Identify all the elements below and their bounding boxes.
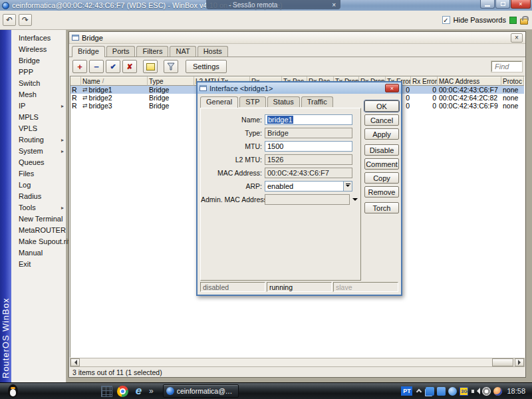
add-button[interactable]: + — [72, 60, 87, 73]
column-flags[interactable] — [70, 76, 81, 86]
tab-bridge[interactable]: Bridge — [72, 46, 105, 57]
internet-explorer-icon[interactable]: e — [133, 386, 144, 397]
name-input[interactable]: bridge1 — [265, 114, 352, 125]
column-rx-errors[interactable]: Rx Errors — [411, 76, 438, 86]
sidebar-item-wireless[interactable]: Wireless — [11, 44, 66, 55]
sidebar-item-make-supout[interactable]: Make Supout.rif — [11, 236, 66, 247]
sidebar-item-tools[interactable]: Tools▸ — [11, 202, 66, 213]
dialog-title: Interface <bridge1> — [209, 84, 273, 92]
general-panel: Name: bridge1 Type: Bridge MTU: 1500 L2 … — [200, 108, 361, 281]
sidebar-item-new-terminal[interactable]: New Terminal — [11, 213, 66, 225]
tab-filters[interactable]: Filters — [136, 46, 168, 57]
column-type[interactable]: Type — [148, 76, 194, 86]
redo-button[interactable]: ↷ — [19, 14, 32, 26]
close-button[interactable]: × — [511, 0, 531, 9]
cancel-button[interactable]: Cancel — [364, 114, 399, 126]
tray-expand-icon[interactable] — [416, 389, 422, 394]
settings-button[interactable]: Settings — [186, 60, 227, 73]
dropdown-spinner-icon[interactable] — [343, 182, 352, 191]
minimize-icon — [485, 5, 490, 7]
tab-hosts[interactable]: Hosts — [198, 46, 228, 57]
orange-tray-icon[interactable] — [493, 387, 502, 396]
row-name: ⇄bridge2 — [81, 94, 148, 102]
bridge-toolbar: + − ✔ ✘ Settings Find — [69, 57, 525, 76]
sidebar-item-vpls[interactable]: VPLS — [11, 123, 66, 134]
sidebar-item-exit[interactable]: Exit — [11, 259, 66, 270]
comment-button[interactable]: Comment — [364, 158, 399, 170]
language-indicator[interactable]: PT — [401, 386, 412, 396]
torch-button[interactable]: Torch — [364, 202, 399, 213]
close-icon: × — [519, 1, 522, 7]
sidebar-item-routing[interactable]: Routing▸ — [11, 134, 66, 146]
find-input[interactable]: Find — [491, 61, 522, 72]
sidebar-item-ip[interactable]: IP▸ — [11, 100, 66, 112]
sidebar-item-log[interactable]: Log — [11, 180, 66, 191]
dialog-close-button[interactable]: × — [385, 84, 399, 92]
bridge-interface-icon: ⇄ — [82, 94, 88, 101]
screen: ceinformatica@00:0C:42:43:C6:F7 (WDS ESC… — [0, 0, 532, 399]
quick-launch-overflow-icon[interactable]: » — [149, 386, 154, 396]
app-grid-icon[interactable] — [101, 386, 112, 397]
comment-button[interactable] — [143, 60, 158, 73]
remote-session-close-icon[interactable]: × — [332, 1, 336, 9]
winbox-task-button[interactable]: ceinformatica@00:0... — [163, 384, 239, 398]
remote-session-label: - Sessão remota — [206, 1, 277, 9]
undo-button[interactable]: ↶ — [3, 14, 16, 26]
tab-status[interactable]: Status — [267, 96, 300, 107]
sidebar-menu: Interfaces Wireless Bridge PPP Switch Me… — [11, 30, 66, 382]
sidebar-item-interfaces[interactable]: Interfaces — [11, 33, 66, 44]
3g-modem-icon[interactable]: 3G — [460, 387, 468, 396]
sidebar-item-ppp[interactable]: PPP — [11, 66, 66, 78]
filter-button[interactable] — [164, 60, 178, 73]
enable-button[interactable]: ✔ — [106, 60, 120, 73]
sidebar-item-mesh[interactable]: Mesh — [11, 89, 66, 100]
disc-tray-icon[interactable] — [482, 387, 491, 396]
admin-mac-dropdown-button[interactable] — [351, 196, 359, 203]
hide-passwords-checkbox[interactable]: ✓ — [442, 16, 450, 24]
network-computers-icon[interactable] — [426, 387, 434, 396]
chrome-icon[interactable] — [117, 386, 128, 397]
restore-button[interactable] — [495, 0, 510, 9]
scrollbar-thumb[interactable] — [492, 358, 513, 366]
arp-dropdown[interactable]: enabled — [265, 181, 352, 192]
status-green-icon — [509, 17, 517, 24]
tab-stp[interactable]: STP — [239, 96, 265, 107]
app-toolbar: ↶ ↷ ✓ Hide Passwords — [0, 11, 532, 30]
sidebar-item-queues[interactable]: Queues — [11, 157, 66, 168]
network-status-icon[interactable] — [437, 387, 446, 396]
winbox-app-icon — [166, 387, 174, 395]
tab-nat[interactable]: NAT — [170, 46, 196, 57]
arp-field-row: ARP: enabled — [201, 180, 360, 192]
remove-button[interactable]: Remove — [364, 186, 399, 198]
disable-button[interactable]: Disable — [364, 144, 399, 156]
tab-ports[interactable]: Ports — [106, 46, 136, 57]
copy-button[interactable]: Copy — [364, 172, 399, 184]
sidebar-item-bridge[interactable]: Bridge — [11, 55, 66, 66]
scroll-left-button[interactable] — [70, 358, 80, 366]
sidebar-item-metarouter[interactable]: MetaROUTER — [11, 225, 66, 236]
scroll-right-button[interactable] — [515, 358, 524, 366]
sidebar-item-radius[interactable]: Radius — [11, 191, 66, 202]
l2mtu-field: 1526 — [265, 154, 352, 165]
mtu-input[interactable]: 1500 — [265, 141, 352, 152]
horizontal-scrollbar[interactable] — [70, 358, 525, 367]
minimize-button[interactable] — [480, 0, 495, 9]
sidebar-item-files[interactable]: Files — [11, 168, 66, 180]
column-mac-address[interactable]: MAC Address — [438, 76, 501, 86]
blue-orb-tray-icon[interactable] — [448, 387, 457, 396]
volume-icon[interactable] — [471, 387, 479, 396]
apply-button[interactable]: Apply — [364, 128, 399, 140]
sidebar-item-mpls[interactable]: MPLS — [11, 112, 66, 123]
sidebar-item-manual[interactable]: Manual — [11, 247, 66, 259]
bridge-window-close-button[interactable]: × — [511, 33, 523, 43]
sidebar-item-switch[interactable]: Switch — [11, 78, 66, 89]
column-protocol[interactable]: Protoc▼ — [501, 76, 524, 86]
sidebar-item-system[interactable]: System▸ — [11, 146, 66, 157]
remove-button[interactable]: − — [89, 60, 104, 73]
column-name[interactable]: Name/ — [81, 76, 148, 86]
tab-traffic[interactable]: Traffic — [301, 96, 333, 107]
items-status-text: 3 items out of 11 (1 selected) — [69, 367, 525, 377]
start-button[interactable] — [4, 384, 21, 399]
disable-button[interactable]: ✘ — [122, 60, 137, 73]
tab-general[interactable]: General — [200, 96, 238, 108]
